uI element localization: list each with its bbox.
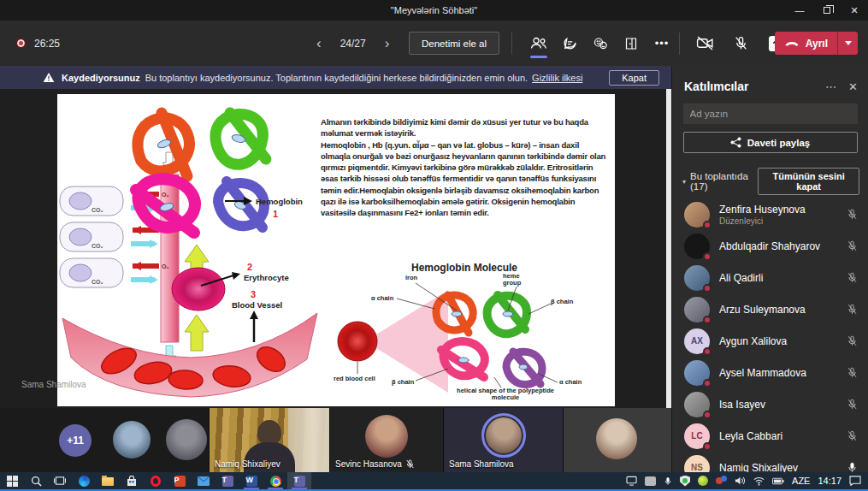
mute-all-button[interactable]: Tümünün sesini kapat [758, 168, 859, 195]
taskbar-search-button[interactable] [24, 472, 48, 489]
participant-row[interactable]: Isa Isayev [672, 388, 868, 420]
participant-row[interactable]: NS Namiq Shixaliyev [672, 452, 868, 472]
dismiss-banner-button[interactable]: Kapat [609, 70, 659, 86]
presence-busy-dot [703, 411, 712, 419]
presence-busy-dot [703, 316, 712, 324]
mic-off-icon[interactable] [847, 272, 858, 283]
share-invite-label: Daveti paylaş [747, 138, 811, 148]
more-options-button[interactable]: ••• [647, 28, 677, 59]
tile-name-label: Sevinc Hasanova [335, 459, 415, 469]
avatar: AX [684, 328, 710, 354]
touch-keyboard-tray-icon[interactable] [645, 476, 656, 486]
overflow-participants-tile[interactable]: +11 [0, 408, 210, 472]
store-taskbar-icon[interactable] [120, 472, 144, 489]
mic-off-icon[interactable] [847, 399, 858, 410]
panel-more-button[interactable]: ⋯ [825, 80, 836, 93]
participant-row[interactable]: Zenfira HuseynovaDüzenleyici [672, 198, 868, 230]
next-slide-button[interactable]: › [381, 36, 393, 50]
breakout-rooms-button[interactable] [616, 28, 647, 59]
participant-row[interactable]: Arzu Suleymanova [672, 293, 868, 325]
mail-taskbar-icon[interactable] [192, 472, 216, 489]
overflow-count-badge: +11 [59, 424, 92, 457]
mic-off-icon [734, 36, 748, 50]
video-tile-sama[interactable]: Sama Shamilova [444, 408, 564, 472]
participants-button[interactable] [523, 28, 554, 59]
label-alpha-chain-top: α chain [371, 295, 393, 302]
participant-search-input[interactable] [683, 104, 858, 124]
camera-off-button[interactable] [689, 28, 720, 59]
section-collapse-caret[interactable]: ▾ [682, 178, 686, 186]
word-taskbar-icon[interactable]: W [239, 472, 263, 489]
take-control-button[interactable]: Denetimi ele al [409, 32, 499, 55]
teams-taskbar-icon[interactable]: T [216, 472, 239, 489]
task-view-button[interactable] [48, 472, 72, 489]
close-button[interactable]: ✕ [841, 0, 868, 21]
edge-taskbar-icon[interactable] [72, 472, 96, 489]
avatar [596, 418, 637, 459]
avatar [684, 360, 710, 386]
mic-off-icon[interactable] [847, 240, 858, 251]
mic-off-icon[interactable] [847, 209, 858, 220]
mic-off-icon[interactable] [847, 304, 858, 315]
reactions-button[interactable] [585, 28, 616, 59]
video-tile-namiq[interactable]: Namiq Shixaliyev [210, 408, 330, 472]
panel-close-button[interactable]: ✕ [848, 80, 858, 93]
svg-text:CO₂: CO₂ [92, 207, 103, 213]
app-tray-icon[interactable] [716, 476, 727, 486]
mic-off-icon[interactable] [847, 335, 858, 346]
teams-icon: T [222, 476, 233, 487]
minimize-button[interactable]: — [786, 0, 813, 21]
chrome-taskbar-icon[interactable] [263, 472, 287, 489]
opera-taskbar-icon[interactable] [144, 472, 168, 489]
avatar [684, 392, 710, 417]
language-indicator[interactable]: AZE [792, 476, 810, 486]
store-bag-icon [127, 476, 137, 487]
action-center-button[interactable] [849, 476, 861, 486]
defender-tray-icon[interactable] [680, 476, 690, 487]
svg-text:O₂: O₂ [162, 263, 169, 269]
antivirus-tray-icon[interactable] [698, 476, 708, 486]
participant-row[interactable]: LC Leyla Cabbari [672, 420, 868, 452]
mic-off-icon[interactable] [847, 367, 858, 378]
chevron-down-icon [845, 41, 852, 45]
section-label: Bu toplantıda (17) [690, 171, 758, 192]
svg-text:CO₂: CO₂ [92, 243, 103, 249]
window-controls: — ✕ [786, 0, 868, 21]
teams-meeting-taskbar-icon[interactable]: T [287, 472, 311, 489]
chat-button[interactable] [554, 28, 585, 59]
powerpoint-taskbar-icon[interactable]: P [168, 472, 192, 489]
mic-on-icon[interactable] [847, 462, 858, 472]
participant-row[interactable]: Abdulqadir Shahyarov [672, 230, 868, 262]
file-explorer-taskbar-icon[interactable] [96, 472, 120, 489]
avatar [166, 419, 207, 460]
volume-tray-icon[interactable] [735, 476, 746, 486]
previous-slide-button[interactable]: ‹ [313, 36, 325, 50]
avatar: NS [684, 455, 710, 473]
microphone-tray-icon[interactable] [664, 476, 672, 487]
video-tile-unnamed[interactable] [564, 408, 671, 472]
restore-icon [824, 7, 830, 14]
powerpoint-icon: P [174, 476, 186, 487]
restore-button[interactable] [813, 0, 841, 21]
leave-button[interactable]: Ayrıl [775, 32, 837, 55]
clock[interactable]: 14:17 [818, 476, 841, 486]
participant-row[interactable]: Aysel Mammadova [672, 357, 868, 388]
privacy-policy-link[interactable]: Gizlilik ilkesi [532, 73, 582, 83]
open-app-indicator [244, 488, 259, 489]
slide-paragraph-2: , Hb (q.yun. αἷμα – qan və lat. globus –… [321, 140, 605, 218]
mic-off-button[interactable] [725, 28, 756, 59]
action-center-icon [849, 476, 861, 486]
tile-name-label: Sama Shamilova [449, 459, 514, 469]
start-button[interactable] [0, 472, 24, 489]
mic-off-icon[interactable] [847, 430, 858, 441]
cast-display-tray-icon[interactable] [626, 476, 637, 486]
battery-tray-icon[interactable] [772, 477, 784, 485]
window-title: "Meyvələrin Söhbəti" [391, 5, 477, 15]
participant-row[interactable]: Ali Qadirli [672, 262, 868, 293]
wifi-tray-icon[interactable] [753, 476, 765, 486]
in-meeting-section: ▾ Bu toplantıda (17) Tümünün sesini kapa… [682, 168, 859, 195]
share-invite-button[interactable]: Daveti paylaş [683, 132, 858, 153]
participant-row[interactable]: AX Aygun Xalilova [672, 325, 868, 357]
video-tile-sevinc[interactable]: Sevinc Hasanova [330, 408, 444, 472]
leave-options-button[interactable] [837, 32, 858, 55]
